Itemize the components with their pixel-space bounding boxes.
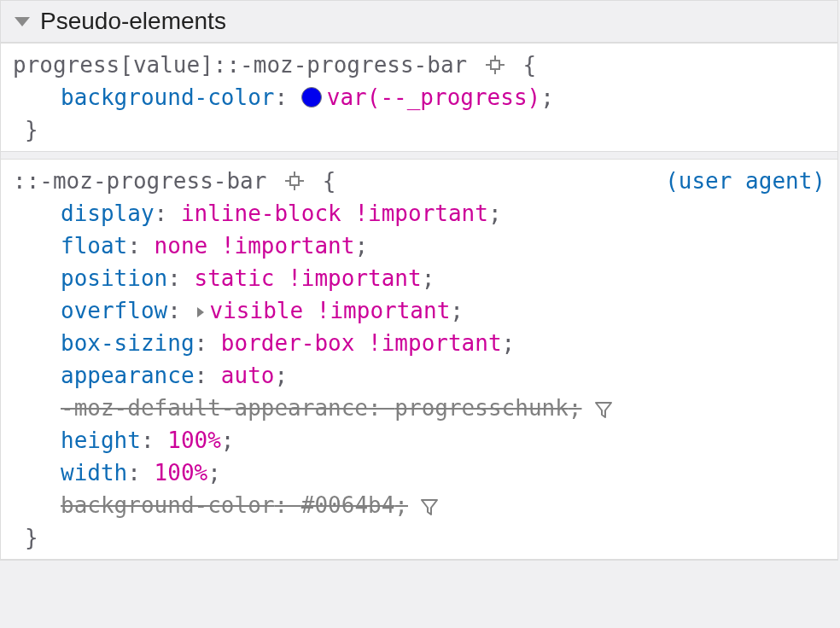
brace-close: } <box>13 113 825 146</box>
css-rule: ::-moz-progress-bar { (user agent) displ… <box>1 159 837 560</box>
css-declaration[interactable]: position: static !important; <box>13 262 825 294</box>
svg-marker-10 <box>197 307 204 317</box>
css-rule: progress[value]::-moz-progress-bar { bac… <box>1 43 837 152</box>
svg-rect-0 <box>491 61 499 69</box>
chevron-right-icon[interactable] <box>195 294 207 327</box>
css-declaration[interactable]: overflow: visible !important; <box>13 294 825 327</box>
pseudo-elements-panel: Pseudo-elements progress[value]::-moz-pr… <box>0 0 838 561</box>
css-declaration-overridden[interactable]: -moz-default-appearance: progresschunk; <box>13 392 825 424</box>
css-declaration[interactable]: width: 100%; <box>13 456 825 489</box>
brace-close: } <box>13 521 825 554</box>
rule-source[interactable]: (user agent) <box>665 165 825 197</box>
svg-marker-11 <box>596 403 611 417</box>
chevron-down-icon <box>15 17 30 26</box>
brace-open: { <box>323 168 336 194</box>
css-declaration[interactable]: display: inline-block !important; <box>13 197 825 230</box>
section-header[interactable]: Pseudo-elements <box>1 1 837 43</box>
color-swatch[interactable] <box>301 87 322 108</box>
prop-name: background-color <box>61 84 274 110</box>
css-declaration[interactable]: appearance: auto; <box>13 359 825 392</box>
rule-selector-line: progress[value]::-moz-progress-bar { <box>13 49 825 81</box>
selector[interactable]: progress[value]::-moz-progress-bar <box>13 52 467 78</box>
prop-value: var(--_progress) <box>327 84 540 110</box>
selector[interactable]: ::-moz-progress-bar <box>13 168 266 194</box>
select-element-icon[interactable] <box>486 55 505 74</box>
svg-marker-12 <box>422 500 437 515</box>
rule-selector-line: ::-moz-progress-bar { (user agent) <box>13 165 825 197</box>
css-declaration[interactable]: float: none !important; <box>13 230 825 262</box>
brace-open: { <box>523 52 537 78</box>
filter-icon[interactable] <box>420 497 439 516</box>
css-declaration[interactable]: height: 100%; <box>13 424 825 456</box>
svg-rect-5 <box>290 177 299 185</box>
section-title: Pseudo-elements <box>40 8 226 35</box>
filter-icon[interactable] <box>594 400 613 419</box>
select-element-icon[interactable] <box>285 172 304 190</box>
css-declaration[interactable]: background-color: var(--_progress); <box>13 81 825 113</box>
css-declaration-overridden[interactable]: background-color: #0064b4; <box>13 489 825 521</box>
css-declaration[interactable]: box-sizing: border-box !important; <box>13 327 825 359</box>
